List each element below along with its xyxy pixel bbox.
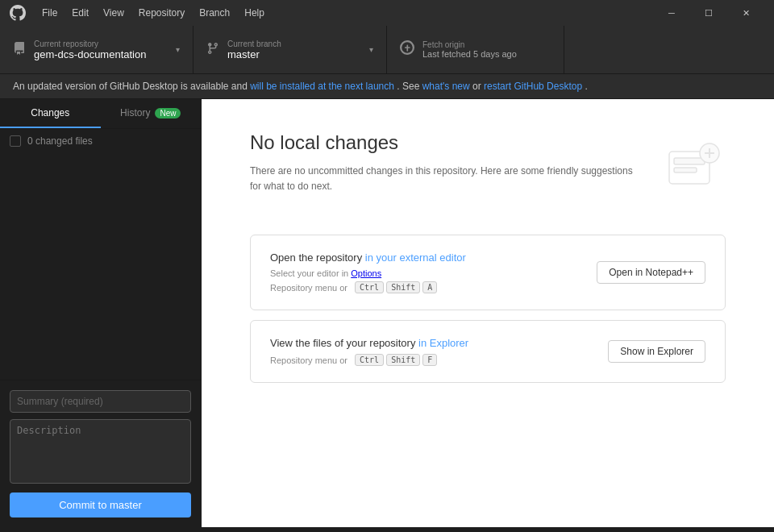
- tab-history[interactable]: History New: [101, 99, 202, 128]
- fetch-sub: Last fetched 5 days ago: [422, 49, 517, 59]
- sidebar: Changes History New 0 changed files Comm…: [0, 99, 202, 527]
- titlebar: File Edit View Repository Branch Help ─ …: [0, 0, 774, 26]
- banner-text-before: An updated version of GitHub Desktop is …: [13, 81, 248, 92]
- minimize-button[interactable]: ─: [653, 0, 690, 26]
- menu-edit[interactable]: Edit: [65, 4, 95, 22]
- suggestion-explorer-card: View the files of your repository in Exp…: [250, 320, 726, 383]
- repo-icon: [13, 40, 26, 59]
- kbd-a: A: [422, 281, 437, 293]
- window-controls: ─ ☐ ✕: [653, 0, 764, 26]
- no-changes-title: No local changes: [250, 131, 645, 154]
- svg-rect-1: [674, 158, 705, 164]
- sidebar-tabs: Changes History New: [0, 99, 201, 129]
- suggestion-editor-options-link[interactable]: Options: [351, 268, 381, 278]
- menu-repository[interactable]: Repository: [132, 4, 191, 22]
- no-changes-container: No local changes There are no uncommitte…: [250, 131, 726, 202]
- menu-branch[interactable]: Branch: [193, 4, 236, 22]
- show-in-explorer-button[interactable]: Show in Explorer: [608, 340, 705, 363]
- titlebar-menus: File Edit View Repository Branch Help: [10, 4, 653, 22]
- banner-text-end: .: [585, 81, 587, 92]
- history-badge: New: [155, 108, 181, 118]
- menu-file[interactable]: File: [35, 4, 64, 22]
- kbd-ctrl-1: Ctrl: [355, 281, 384, 293]
- banner-whats-new-link[interactable]: what's new: [422, 81, 470, 92]
- banner-text-or: or: [472, 81, 484, 92]
- repo-text: Current repository gem-dcs-documentation: [34, 39, 146, 60]
- open-in-editor-button[interactable]: Open in Notepad++: [597, 261, 705, 284]
- fetch-text: Fetch origin Last fetched 5 days ago: [422, 40, 517, 59]
- repo-chevron-icon: ▾: [176, 45, 180, 54]
- svg-rect-2: [674, 168, 697, 172]
- suggestion-editor-heading-before: Open the repository: [270, 251, 365, 264]
- suggestion-editor-shortcut-prefix: Repository menu or: [270, 283, 347, 293]
- menu-help[interactable]: Help: [238, 4, 271, 22]
- branch-text: Current branch master: [227, 39, 281, 60]
- menu-view[interactable]: View: [97, 4, 131, 22]
- tab-history-label: History: [120, 107, 150, 118]
- commit-section: Commit to master: [0, 380, 201, 527]
- suggestion-explorer-shortcut-prefix: Repository menu or: [270, 355, 347, 365]
- suggestion-explorer-heading-before: View the files of your repository: [270, 337, 418, 349]
- toolbar: Current repository gem-dcs-documentation…: [0, 26, 774, 74]
- files-list: [0, 153, 201, 380]
- kbd-shift-2: Shift: [386, 354, 420, 366]
- kbd-ctrl-2: Ctrl: [355, 354, 384, 366]
- suggestion-editor-info: Open the repository in your external edi…: [270, 251, 466, 293]
- suggestion-editor-sub: Select your editor in Options: [270, 268, 466, 278]
- changed-files-row: 0 changed files: [0, 129, 201, 153]
- select-all-checkbox[interactable]: [10, 135, 21, 147]
- suggestion-editor-heading: Open the repository in your external edi…: [270, 251, 466, 264]
- tab-changes-label: Changes: [31, 107, 69, 118]
- github-logo-icon: [10, 5, 26, 21]
- no-changes-illustration: [661, 135, 726, 202]
- kbd-shift-1: Shift: [386, 281, 420, 293]
- suggestion-explorer-shortcut: Repository menu or Ctrl Shift F: [270, 354, 468, 366]
- kbd-f: F: [422, 354, 437, 366]
- changed-files-count: 0 changed files: [27, 135, 93, 147]
- no-changes-desc: There are no uncommitted changes in this…: [250, 164, 645, 194]
- branch-label: Current branch: [227, 39, 281, 48]
- fetch-label: Fetch origin: [422, 40, 517, 49]
- close-button[interactable]: ✕: [727, 0, 764, 26]
- maximize-button[interactable]: ☐: [690, 0, 727, 26]
- description-input[interactable]: [10, 419, 191, 484]
- current-repo-button[interactable]: Current repository gem-dcs-documentation…: [0, 26, 194, 73]
- main-layout: Changes History New 0 changed files Comm…: [0, 99, 774, 527]
- fetch-origin-button[interactable]: Fetch origin Last fetched 5 days ago: [387, 26, 564, 73]
- commit-button[interactable]: Commit to master: [10, 493, 191, 517]
- suggestion-editor-heading-link[interactable]: in your external editor: [365, 251, 466, 264]
- suggestion-explorer-heading: View the files of your repository in Exp…: [270, 337, 468, 349]
- suggestion-explorer-info: View the files of your repository in Exp…: [270, 337, 468, 366]
- content-area: No local changes There are no uncommitte…: [202, 99, 774, 527]
- toolbar-spacer: [564, 26, 774, 73]
- branch-icon: [206, 40, 219, 59]
- branch-name: master: [227, 48, 281, 60]
- suggestion-editor-sub-before: Select your editor in: [270, 268, 348, 278]
- tab-changes[interactable]: Changes: [0, 99, 101, 128]
- suggestion-editor-shortcut: Repository menu or Ctrl Shift A: [270, 281, 466, 293]
- banner-restart-link[interactable]: restart GitHub Desktop: [484, 81, 582, 92]
- suggestion-explorer-heading-link[interactable]: in Explorer: [418, 337, 468, 349]
- banner-install-link[interactable]: will be installed at the next launch: [250, 81, 394, 92]
- current-branch-button[interactable]: Current branch master ▾: [194, 26, 387, 73]
- suggestion-editor-card: Open the repository in your external edi…: [250, 235, 726, 310]
- no-changes-text: No local changes There are no uncommitte…: [250, 131, 645, 194]
- summary-input[interactable]: [10, 390, 191, 413]
- repo-label: Current repository: [34, 39, 146, 48]
- banner-text-mid: . See: [397, 81, 419, 92]
- branch-chevron-icon: ▾: [369, 45, 373, 54]
- repo-name: gem-dcs-documentation: [34, 48, 146, 60]
- fetch-icon: [400, 40, 414, 59]
- update-banner: An updated version of GitHub Desktop is …: [0, 74, 774, 99]
